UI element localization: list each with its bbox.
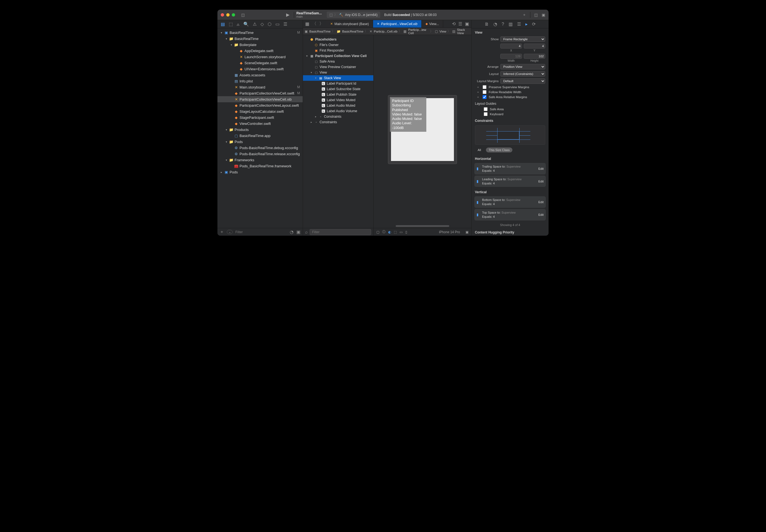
- attributes-inspector-icon[interactable]: ☰: [517, 22, 521, 27]
- constraint-item[interactable]: ▮ Top Space to: SuperviewEquals: 4 Edit: [474, 209, 546, 221]
- tests-navigator-icon[interactable]: ◇: [261, 22, 264, 27]
- tree-row[interactable]: ◆ParticipantCollectionViewCell.swiftM: [218, 90, 303, 96]
- size-inspector-icon[interactable]: ▸: [525, 22, 527, 27]
- tree-row[interactable]: ▾📁Frameworks: [218, 157, 303, 163]
- connections-inspector-icon[interactable]: ⟳: [532, 22, 535, 27]
- width-input[interactable]: [500, 54, 522, 59]
- minimize-icon[interactable]: [226, 13, 230, 17]
- stack-view-overlay[interactable]: Participant IDSubscribingPublishedVideo …: [390, 97, 426, 132]
- tree-row[interactable]: ⚙Pods-BasicRealTime.debug.xcconfig: [218, 145, 303, 151]
- margins-select[interactable]: Default: [500, 78, 545, 84]
- edit-button[interactable]: Edit: [538, 213, 543, 216]
- run-button[interactable]: ▶: [286, 12, 290, 17]
- tree-row[interactable]: ▾📁Products: [218, 127, 303, 133]
- readable-width-checkbox[interactable]: [483, 90, 486, 94]
- accessibility-icon[interactable]: ⬚: [394, 230, 397, 234]
- preserve-margins-checkbox[interactable]: [483, 85, 486, 89]
- find-navigator-icon[interactable]: 🔍: [243, 22, 249, 27]
- outline-row[interactable]: LLabel Publish State: [303, 92, 373, 97]
- project-indicator[interactable]: RealTimeSam... main: [296, 12, 322, 18]
- jump-segment[interactable]: Particip...Cell.xib: [374, 30, 398, 33]
- outline-row[interactable]: ▢Safe Area: [303, 59, 373, 64]
- constraint-item[interactable]: ▮ Trailing Space to: SuperviewEquals: 4 …: [474, 163, 546, 174]
- outline-row[interactable]: ▸▫Constraints: [303, 114, 373, 119]
- editor-tab[interactable]: ✕Main.storyboard (Base): [326, 20, 373, 28]
- constraint-item[interactable]: ▮ Bottom Space to: SuperviewEquals: 4 Ed…: [474, 196, 546, 208]
- appearance-icon[interactable]: ◐: [388, 230, 391, 234]
- tree-row[interactable]: ◆StageLayoutCalculator.swift: [218, 108, 303, 114]
- outline-row[interactable]: ⬡File's Owner: [303, 42, 373, 48]
- tree-row[interactable]: ▾📁Boilerplate: [218, 42, 303, 48]
- scm-icon[interactable]: ▣: [296, 229, 301, 235]
- tree-row[interactable]: ◆ParticipantCollectionViewLayout.swift: [218, 102, 303, 108]
- outline-row[interactable]: LLabel Participant Id: [303, 81, 373, 86]
- keyboard-guide-checkbox[interactable]: [484, 112, 487, 116]
- source-control-icon[interactable]: ⬚: [229, 22, 233, 27]
- canvas-layout-icon[interactable]: ▣: [465, 21, 469, 26]
- related-items-icon[interactable]: ▦: [305, 21, 309, 26]
- outline-row[interactable]: ▢View Preview Container: [303, 64, 373, 70]
- y-input[interactable]: [524, 44, 545, 49]
- safe-area-guide-checkbox[interactable]: [484, 107, 487, 111]
- tree-row[interactable]: ✕ParticipantCollectionViewCell.xib: [218, 96, 303, 102]
- edit-button[interactable]: Edit: [538, 180, 543, 183]
- filter-this-size-class[interactable]: This Size Class: [486, 147, 512, 152]
- help-inspector-icon[interactable]: ?: [502, 22, 504, 27]
- jump-segment[interactable]: Particip...iew Cell: [408, 28, 428, 35]
- navigator-filter-input[interactable]: [236, 230, 287, 234]
- recent-icon[interactable]: ◔: [290, 229, 294, 235]
- layout-select[interactable]: Inferred (Constraints): [500, 71, 545, 77]
- tree-row[interactable]: ▾▣BasicRealTimeM: [218, 29, 303, 36]
- issues-navigator-icon[interactable]: ⚠: [253, 22, 257, 27]
- tree-row[interactable]: ◆SceneDelegate.swift: [218, 60, 303, 66]
- filter-scope-icon[interactable]: ⌄: [227, 230, 233, 234]
- identity-inspector-icon[interactable]: ▥: [508, 22, 513, 27]
- tree-row[interactable]: ◆AppDelegate.swift: [218, 48, 303, 54]
- ib-canvas[interactable]: ✕ ⋯ Participant IDSubscribingPublishedVi…: [374, 35, 471, 236]
- jump-segment[interactable]: BasicRealTime: [342, 30, 363, 33]
- device-icon-2[interactable]: ▯: [405, 230, 407, 234]
- tree-row[interactable]: ⚙Pods-BasicRealTime.release.xcconfig: [218, 151, 303, 157]
- constraint-item[interactable]: ▮ Leading Space to: SuperviewEquals: 4 E…: [474, 176, 546, 187]
- inspector-toggle-icon[interactable]: ▣: [542, 13, 545, 17]
- breakpoints-navigator-icon[interactable]: ▭: [275, 22, 280, 27]
- outline-row[interactable]: ▾▦Participant Collection View Cell: [303, 53, 373, 59]
- device-config-icon[interactable]: ▢: [376, 230, 379, 234]
- horizontal-scrollbar[interactable]: [396, 225, 449, 227]
- outline-row[interactable]: ▸▫Constraints: [303, 119, 373, 125]
- device-label[interactable]: iPhone 14 Pro: [439, 230, 460, 234]
- show-select[interactable]: Frame Rectangle: [500, 36, 545, 42]
- tree-row[interactable]: 🧰Pods_BasicRealTime.framework: [218, 163, 303, 169]
- forward-icon[interactable]: 〉: [319, 21, 324, 27]
- edit-button[interactable]: Edit: [538, 167, 543, 170]
- outline-row[interactable]: LLabel Video Muted: [303, 97, 373, 103]
- symbol-navigator-icon[interactable]: ஃ: [237, 22, 240, 27]
- outline-filter-input[interactable]: [310, 229, 371, 235]
- filter-all[interactable]: All: [475, 147, 484, 152]
- recent-files-icon[interactable]: ⟲: [452, 21, 456, 26]
- project-navigator-icon[interactable]: ▤: [221, 22, 225, 27]
- add-icon[interactable]: ＋: [522, 12, 526, 17]
- tree-row[interactable]: ✕LaunchScreen.storyboard: [218, 54, 303, 60]
- tree-row[interactable]: ▾📁Pods: [218, 139, 303, 145]
- reports-navigator-icon[interactable]: ☰: [283, 22, 287, 27]
- outline-row[interactable]: ▾▤Stack View: [303, 75, 373, 81]
- file-inspector-icon[interactable]: 🗎: [484, 22, 489, 27]
- outline-row[interactable]: ▣First Responder: [303, 48, 373, 53]
- device-icon[interactable]: ▭: [400, 230, 403, 234]
- editor-tab[interactable]: ◆View...: [422, 20, 443, 28]
- zoom-icon[interactable]: ▣: [465, 230, 468, 234]
- tree-row[interactable]: ▤Info.plist: [218, 78, 303, 84]
- safe-area-margins-checkbox[interactable]: [483, 95, 486, 99]
- tree-row[interactable]: ◆StageParticipant.swift: [218, 114, 303, 120]
- edit-button[interactable]: Edit: [538, 200, 543, 204]
- outline-tree[interactable]: ⬣Placeholders⬡File's Owner▣First Respond…: [303, 35, 373, 228]
- close-icon[interactable]: [221, 13, 224, 17]
- editor-options-icon[interactable]: ☰: [458, 21, 462, 26]
- add-file-icon[interactable]: ＋: [220, 229, 224, 235]
- scheme-selector[interactable]: ⬚ 〉 🔨 Any iOS D...e (arm64): [327, 12, 380, 18]
- jump-segment[interactable]: View: [440, 30, 446, 33]
- library-icon[interactable]: ◫: [534, 13, 538, 17]
- history-inspector-icon[interactable]: ◔: [493, 22, 497, 27]
- outline-row[interactable]: LLabel Audio Volume: [303, 108, 373, 114]
